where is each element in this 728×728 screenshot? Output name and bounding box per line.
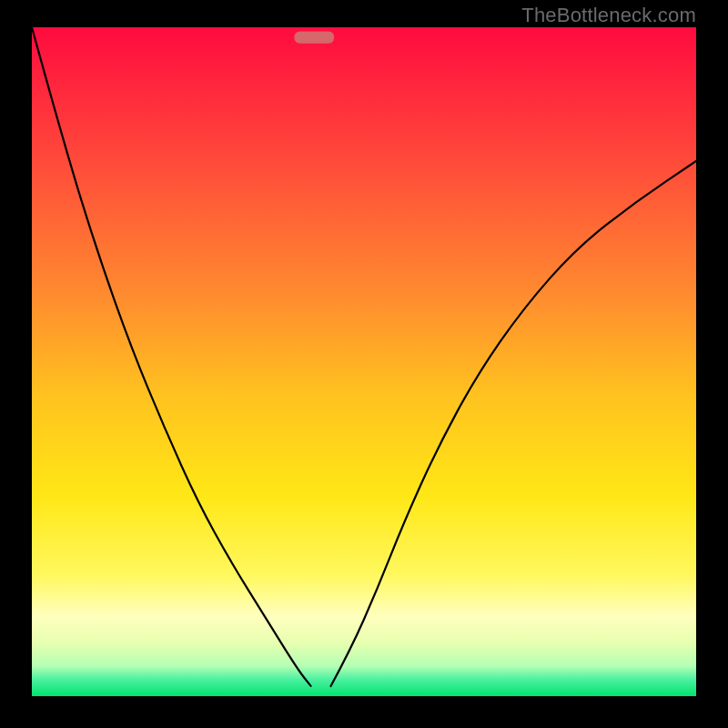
chart-frame: TheBottleneck.com — [0, 0, 728, 728]
plot-area — [32, 27, 696, 696]
gradient-background — [32, 27, 696, 696]
watermark-text: TheBottleneck.com — [521, 4, 696, 27]
bottleneck-marker — [294, 31, 334, 43]
plot-svg — [32, 27, 696, 696]
